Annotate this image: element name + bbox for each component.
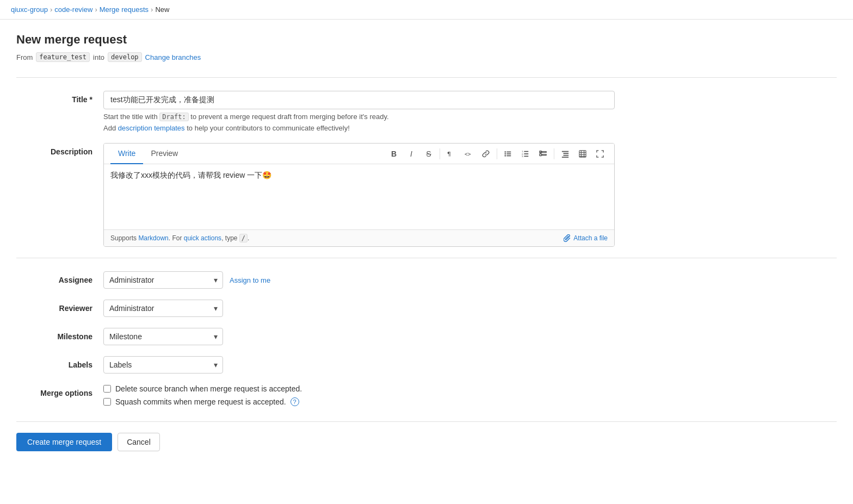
branch-info: From feature_test into develop Change br… <box>16 52 837 62</box>
milestone-content: Milestone <box>103 328 615 345</box>
toolbar-heading[interactable]: ¶ <box>443 146 459 161</box>
section-divider <box>16 258 837 258</box>
description-editor: Write Preview B I S ¶ <> <box>103 143 615 247</box>
reviewer-label: Reviewer <box>16 300 103 317</box>
title-hint-1: Start the title with Draft: to prevent a… <box>103 113 615 121</box>
merge-options-label: Merge options <box>16 384 103 410</box>
svg-text:¶: ¶ <box>447 150 451 158</box>
cancel-button[interactable]: Cancel <box>118 433 160 451</box>
milestone-label: Milestone <box>16 328 103 345</box>
svg-rect-3 <box>506 151 511 152</box>
svg-point-4 <box>504 153 506 154</box>
breadcrumb-sep-3: › <box>151 5 153 14</box>
svg-text:3.: 3. <box>522 155 524 158</box>
tab-write[interactable]: Write <box>110 144 143 164</box>
merge-option-1-row: Delete source branch when merge request … <box>103 384 615 393</box>
change-branches-link[interactable]: Change branches <box>145 53 201 61</box>
quickactions-link[interactable]: quick actions <box>184 234 221 242</box>
attach-file-link[interactable]: Attach a file <box>564 234 608 242</box>
breadcrumb-sep-1: › <box>50 5 52 14</box>
svg-text:<>: <> <box>465 151 471 157</box>
title-label: Title * <box>16 91 103 132</box>
svg-rect-16 <box>540 154 542 156</box>
assignee-label: Assignee <box>16 271 103 289</box>
tab-preview[interactable]: Preview <box>143 144 186 164</box>
assignee-controls: Administrator Assign to me <box>103 271 615 289</box>
description-row: Description Write Preview B I S <box>16 143 837 247</box>
merge-option-2-row: Squash commits when merge request is acc… <box>103 397 615 406</box>
breadcrumb-current: New <box>155 5 169 14</box>
svg-rect-7 <box>506 155 511 156</box>
svg-rect-13 <box>524 155 528 157</box>
branch-from: feature_test <box>36 52 90 62</box>
svg-rect-11 <box>524 153 528 154</box>
footer-supports: Supports Markdown. For quick actions, ty… <box>110 234 249 242</box>
toolbar-code[interactable]: <> <box>461 146 476 161</box>
svg-rect-19 <box>564 153 569 154</box>
milestone-select-wrapper: Milestone <box>103 328 223 345</box>
create-merge-request-button[interactable]: Create merge request <box>16 433 112 451</box>
svg-point-6 <box>504 155 506 157</box>
action-buttons: Create merge request Cancel <box>16 421 837 451</box>
labels-content: Labels <box>103 356 615 374</box>
merge-options-row: Merge options Delete source branch when … <box>16 384 837 410</box>
toolbar-sep-3 <box>554 148 554 159</box>
svg-rect-20 <box>564 154 569 155</box>
toolbar-indent[interactable] <box>558 146 573 161</box>
svg-rect-15 <box>542 151 546 152</box>
toolbar-bold[interactable]: B <box>386 146 401 161</box>
svg-rect-18 <box>562 151 568 152</box>
reviewer-content: Administrator <box>103 300 615 317</box>
toolbar-ordered-list[interactable]: 1. 2. 3. <box>518 146 533 161</box>
breadcrumb-merge-requests[interactable]: Merge requests <box>100 5 149 14</box>
breadcrumb-org[interactable]: qiuxc-group <box>11 5 48 14</box>
labels-label: Labels <box>16 356 103 374</box>
attach-file-label: Attach a file <box>573 234 608 242</box>
editor-toolbar: B I S ¶ <> <box>386 144 608 164</box>
breadcrumb: qiuxc-group › code-review › Merge reques… <box>0 0 853 20</box>
svg-rect-9 <box>524 151 528 152</box>
merge-options-content: Delete source branch when merge request … <box>103 384 615 410</box>
toolbar-sep-1 <box>440 148 440 159</box>
editor-footer: Supports Markdown. For quick actions, ty… <box>104 229 614 246</box>
title-input[interactable] <box>103 91 615 109</box>
branch-into-label: into <box>93 53 104 61</box>
svg-rect-17 <box>542 154 546 155</box>
reviewer-select[interactable]: Administrator <box>103 300 223 317</box>
editor-body[interactable]: 我修改了xxx模块的代码，请帮我 review 一下🤩 <box>104 164 614 229</box>
delete-branch-label: Delete source branch when merge request … <box>115 384 302 393</box>
branch-into: develop <box>108 52 142 62</box>
toolbar-strikethrough[interactable]: S <box>421 146 436 161</box>
toolbar-table[interactable] <box>575 146 590 161</box>
labels-select[interactable]: Labels <box>103 356 223 374</box>
toolbar-task-list[interactable] <box>535 146 551 161</box>
assignee-row: Assignee Administrator Assign to me <box>16 271 837 289</box>
toolbar-bullet-list[interactable] <box>500 146 516 161</box>
markdown-link[interactable]: Markdown <box>138 234 168 242</box>
description-templates-link[interactable]: description templates <box>118 124 185 132</box>
attach-icon <box>564 234 571 242</box>
branch-from-label: From <box>16 53 33 61</box>
editor-tabs: Write Preview B I S ¶ <> <box>104 144 614 164</box>
description-content: Write Preview B I S ¶ <> <box>103 143 615 247</box>
assign-me-link[interactable]: Assign to me <box>230 276 270 284</box>
svg-point-2 <box>504 151 506 153</box>
toolbar-italic[interactable]: I <box>404 146 419 161</box>
description-label: Description <box>16 143 103 247</box>
toolbar-link[interactable] <box>478 146 493 161</box>
assignee-content: Administrator Assign to me <box>103 271 615 289</box>
toolbar-fullscreen[interactable] <box>592 146 608 161</box>
editor-content: 我修改了xxx模块的代码，请帮我 review 一下🤩 <box>110 171 271 179</box>
delete-branch-checkbox[interactable] <box>103 385 111 393</box>
svg-rect-21 <box>562 157 568 158</box>
toolbar-sep-2 <box>497 148 497 159</box>
milestone-select[interactable]: Milestone <box>103 328 223 345</box>
squash-commits-checkbox[interactable] <box>103 398 111 406</box>
assignee-select[interactable]: Administrator <box>103 271 223 289</box>
reviewer-select-wrapper: Administrator <box>103 300 223 317</box>
title-hint-2: Add description templates to help your c… <box>103 124 615 132</box>
labels-select-wrapper: Labels <box>103 356 223 374</box>
reviewer-row: Reviewer Administrator <box>16 300 837 317</box>
squash-help-icon[interactable]: ? <box>290 397 299 406</box>
breadcrumb-repo[interactable]: code-review <box>54 5 92 14</box>
